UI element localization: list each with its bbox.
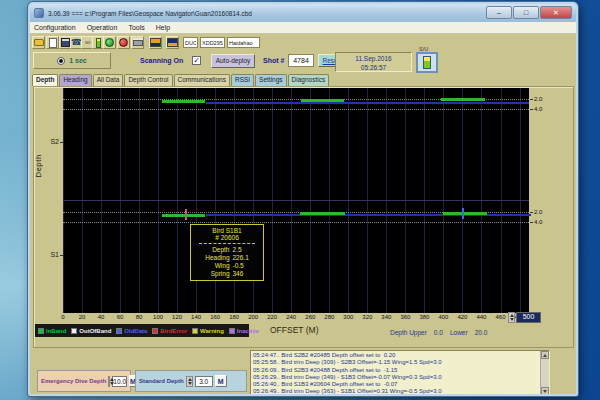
- log-scrollbar[interactable]: [540, 351, 549, 395]
- bird-down-button[interactable]: [166, 36, 179, 49]
- interval-group: 1 sec: [33, 52, 111, 69]
- depth-range-info: Depth Upper 0.0 Lower 20.0: [390, 329, 487, 336]
- standard-depth-spinner[interactable]: [186, 376, 193, 387]
- new-file-button[interactable]: [46, 36, 59, 49]
- desktop: 3.06.39 === c:\Program Files\Geospace Na…: [0, 0, 600, 400]
- x-tick-label: 220: [267, 314, 277, 320]
- emergency-depth-spinner[interactable]: [108, 376, 110, 387]
- legend-warning[interactable]: Warning: [192, 328, 224, 334]
- open-file-button[interactable]: [32, 36, 45, 49]
- legend-chip: [38, 328, 44, 334]
- menu-help[interactable]: Help: [156, 24, 170, 31]
- auto-deploy-button[interactable]: Auto-deploy: [211, 54, 255, 68]
- window-title: 3.06.39 === c:\Program Files\Geospace Na…: [48, 10, 252, 17]
- su-battery-icon: [423, 56, 431, 69]
- battery-icon: [96, 38, 101, 48]
- tooltip-row: Spring346: [191, 270, 263, 278]
- duc-field[interactable]: [183, 37, 198, 48]
- tab-rssi[interactable]: RSSI: [231, 74, 254, 86]
- tab-depth-control[interactable]: Depth Control: [124, 74, 172, 86]
- tab-heading[interactable]: Heading: [59, 74, 91, 86]
- legend-chip: [71, 328, 77, 334]
- panel-labels: S2S1: [38, 88, 63, 313]
- legend-label: Inactive: [237, 328, 259, 334]
- depth-ref-line: [63, 109, 529, 110]
- x-tick-label: 160: [210, 314, 220, 320]
- standard-depth-label: Standard Depth: [139, 378, 184, 384]
- app-window: 3.06.39 === c:\Program Files\Geospace Na…: [28, 2, 578, 396]
- in-band-segment: [162, 214, 205, 217]
- legend-label: OutOfBand: [79, 328, 111, 334]
- start-button[interactable]: [103, 36, 116, 49]
- legend-label: OldData: [124, 328, 147, 334]
- stop-button[interactable]: [117, 36, 130, 49]
- legend-olddata[interactable]: OldData: [116, 328, 147, 334]
- depth-scale-tick: [530, 99, 533, 100]
- menu-operation[interactable]: Operation: [87, 24, 118, 31]
- line-field[interactable]: [200, 37, 225, 48]
- depth-ref-line: [63, 222, 529, 223]
- interval-radio[interactable]: [57, 57, 65, 65]
- offset-range-input[interactable]: 500: [516, 312, 541, 323]
- emergency-depth-value[interactable]: 10.0: [112, 376, 127, 387]
- maximize-button[interactable]: □: [513, 6, 539, 19]
- print-button[interactable]: [131, 36, 144, 49]
- in-band-segment: [441, 98, 486, 101]
- scanning-checkbox[interactable]: ✓: [192, 56, 201, 65]
- toolbar: ☎∞: [30, 34, 576, 51]
- legend-label: BirdError: [160, 328, 187, 334]
- offset-range-spinner[interactable]: [508, 312, 515, 323]
- bird-tooltip: Bird S1B1 # 20606 Depth2.5Heading226.1Wi…: [190, 224, 264, 281]
- x-tick-label: 440: [476, 314, 486, 320]
- legend-label: InBand: [46, 328, 66, 334]
- depth-scale-tick: [530, 109, 533, 110]
- x-tick-label: 280: [324, 314, 334, 320]
- scroll-up-icon[interactable]: [541, 351, 549, 359]
- su-button[interactable]: [416, 52, 438, 73]
- legend-inband[interactable]: InBand: [38, 328, 66, 334]
- x-tick-label: 380: [419, 314, 429, 320]
- titlebar[interactable]: 3.06.39 === c:\Program Files\Geospace Na…: [30, 4, 576, 22]
- bird-up-button[interactable]: [149, 36, 162, 49]
- scroll-down-icon[interactable]: [541, 387, 549, 395]
- menu-configuration[interactable]: Configuration: [34, 24, 76, 31]
- app-icon: [34, 8, 44, 18]
- close-button[interactable]: ✕: [540, 6, 572, 19]
- tab-settings[interactable]: Settings: [255, 74, 287, 86]
- standard-unit-button[interactable]: M: [215, 375, 227, 387]
- tab-depth[interactable]: Depth: [32, 74, 58, 86]
- vessel-field[interactable]: [227, 37, 260, 48]
- menu-tools[interactable]: Tools: [128, 24, 144, 31]
- x-tick-label: 20: [79, 314, 86, 320]
- legend-outofband[interactable]: OutOfBand: [71, 328, 111, 334]
- interval-label: 1 sec: [69, 57, 87, 64]
- tooltip-id: # 20606: [191, 234, 263, 241]
- shot-input[interactable]: [288, 54, 314, 67]
- tab-communications[interactable]: Communications: [174, 74, 230, 86]
- minimize-button[interactable]: –: [486, 6, 512, 19]
- depth-plot[interactable]: Bird S1B1 # 20606 Depth2.5Heading226.1Wi…: [63, 88, 529, 313]
- x-tick-label: 200: [248, 314, 258, 320]
- depth-upper-value: 0.0: [434, 329, 443, 336]
- depth-lower-label: Lower: [450, 329, 468, 336]
- x-tick-label: 80: [136, 314, 143, 320]
- message-log[interactable]: 05:24:47.. Bird S2B2 #20485 Depth offset…: [250, 350, 550, 396]
- tab-diagnostics[interactable]: Diagnostics: [288, 74, 330, 86]
- depth-scale-value: 2.0: [534, 96, 542, 102]
- tab-all-data[interactable]: All Data: [93, 74, 124, 86]
- x-tick-label: 0: [61, 314, 64, 320]
- x-tick-label: 180: [229, 314, 239, 320]
- legend-inactive[interactable]: Inactive: [229, 328, 259, 334]
- standard-depth-value[interactable]: 3.0: [195, 376, 213, 387]
- emergency-dive-label: Emergency Dive Depth: [41, 378, 106, 384]
- open-file-icon: [34, 39, 44, 46]
- log-line: 05:24:47.. Bird S2B2 #20485 Depth offset…: [253, 352, 539, 359]
- old-data-line: [206, 102, 529, 104]
- depth-lower-value: 20.0: [475, 329, 488, 336]
- legend-chip: [192, 328, 198, 334]
- legend-birderror[interactable]: BirdError: [152, 328, 187, 334]
- x-tick-label: 40: [98, 314, 105, 320]
- depth-scale-value: 4.0: [534, 219, 542, 225]
- stop-icon: [119, 38, 128, 47]
- tooltip-title: Bird S1B1: [191, 227, 263, 234]
